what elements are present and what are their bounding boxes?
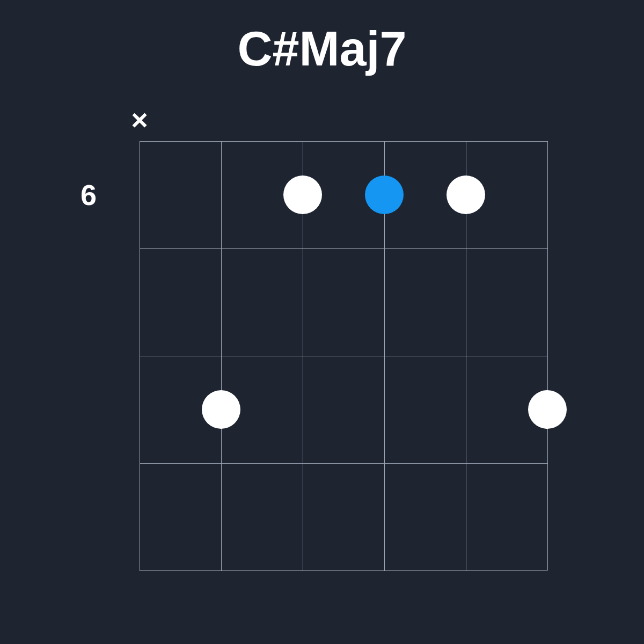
fret-line [140, 141, 547, 142]
finger-dot [202, 390, 240, 429]
starting-fret-label: 6 [80, 178, 97, 211]
chord-diagram: ×6 [80, 104, 564, 587]
mute-icon: × [131, 105, 148, 134]
fret-line [140, 356, 547, 356]
fretboard-grid [140, 141, 547, 570]
finger-dot [283, 175, 322, 214]
fret-line [140, 248, 547, 249]
finger-dot [528, 390, 567, 429]
finger-dot [447, 175, 485, 214]
string-line [547, 141, 548, 570]
chord-name: C#Maj7 [237, 21, 406, 77]
fret-line [140, 463, 547, 464]
fret-line [140, 570, 547, 571]
root-note-dot [365, 175, 404, 214]
